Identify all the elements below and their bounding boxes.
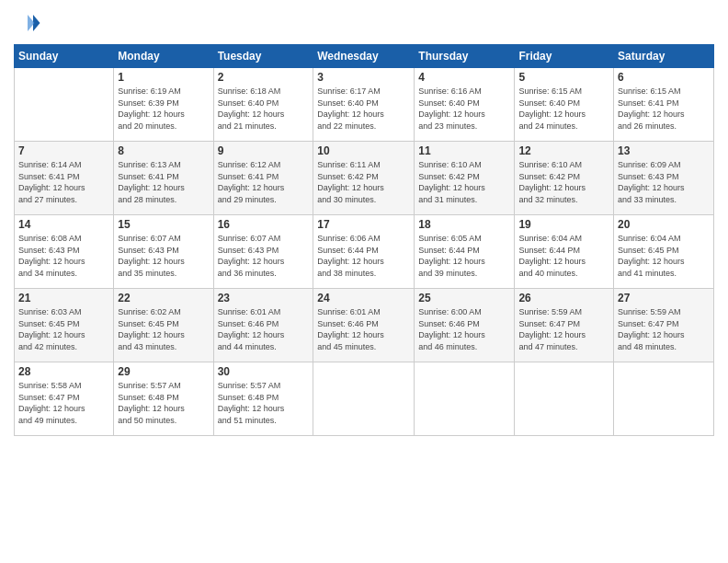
day-number: 14 <box>18 218 109 231</box>
day-number: 19 <box>518 218 609 231</box>
day-info: Sunrise: 6:02 AMSunset: 6:45 PMDaylight:… <box>118 306 209 352</box>
day-number: 20 <box>618 218 710 231</box>
day-info: Sunrise: 6:04 AMSunset: 6:45 PMDaylight:… <box>618 233 710 279</box>
calendar-cell: 27Sunrise: 5:59 AMSunset: 6:47 PMDayligh… <box>614 289 714 362</box>
days-header-row: SundayMondayTuesdayWednesdayThursdayFrid… <box>15 45 714 68</box>
day-header-friday: Friday <box>515 45 614 68</box>
day-header-saturday: Saturday <box>614 45 714 68</box>
calendar-cell: 29Sunrise: 5:57 AMSunset: 6:48 PMDayligh… <box>114 362 213 436</box>
day-info: Sunrise: 6:06 AMSunset: 6:44 PMDaylight:… <box>317 233 410 279</box>
day-info: Sunrise: 6:16 AMSunset: 6:40 PMDaylight:… <box>418 86 510 132</box>
calendar-cell: 1Sunrise: 6:19 AMSunset: 6:39 PMDaylight… <box>114 68 213 142</box>
calendar-cell: 9Sunrise: 6:12 AMSunset: 6:41 PMDaylight… <box>213 142 313 215</box>
day-info: Sunrise: 6:18 AMSunset: 6:40 PMDaylight:… <box>218 86 310 132</box>
day-header-thursday: Thursday <box>415 45 515 68</box>
calendar-cell: 28Sunrise: 5:58 AMSunset: 6:47 PMDayligh… <box>15 362 114 436</box>
day-info: Sunrise: 6:07 AMSunset: 6:43 PMDaylight:… <box>218 233 310 279</box>
day-info: Sunrise: 6:04 AMSunset: 6:44 PMDaylight:… <box>518 233 609 279</box>
calendar-cell: 2Sunrise: 6:18 AMSunset: 6:40 PMDaylight… <box>213 68 313 142</box>
calendar-cell: 14Sunrise: 6:08 AMSunset: 6:43 PMDayligh… <box>15 215 114 289</box>
week-row-2: 14Sunrise: 6:08 AMSunset: 6:43 PMDayligh… <box>15 215 714 289</box>
day-number: 28 <box>18 365 109 378</box>
day-number: 24 <box>317 292 410 304</box>
calendar-cell <box>313 362 415 436</box>
calendar-cell: 11Sunrise: 6:10 AMSunset: 6:42 PMDayligh… <box>415 142 515 215</box>
calendar-cell: 12Sunrise: 6:10 AMSunset: 6:42 PMDayligh… <box>515 142 614 215</box>
day-info: Sunrise: 6:15 AMSunset: 6:41 PMDaylight:… <box>618 86 710 132</box>
day-info: Sunrise: 6:09 AMSunset: 6:43 PMDaylight:… <box>618 159 710 205</box>
logo-icon <box>14 9 41 37</box>
day-info: Sunrise: 6:15 AMSunset: 6:40 PMDaylight:… <box>518 86 609 132</box>
day-number: 15 <box>118 218 209 231</box>
day-info: Sunrise: 5:59 AMSunset: 6:47 PMDaylight:… <box>618 306 710 352</box>
calendar-cell: 25Sunrise: 6:00 AMSunset: 6:46 PMDayligh… <box>415 289 515 362</box>
day-info: Sunrise: 6:01 AMSunset: 6:46 PMDaylight:… <box>218 306 310 352</box>
calendar-cell: 23Sunrise: 6:01 AMSunset: 6:46 PMDayligh… <box>213 289 313 362</box>
day-info: Sunrise: 5:57 AMSunset: 6:48 PMDaylight:… <box>218 380 310 426</box>
calendar-cell <box>614 362 714 436</box>
day-number: 21 <box>18 292 109 304</box>
day-info: Sunrise: 6:13 AMSunset: 6:41 PMDaylight:… <box>118 159 209 205</box>
calendar-cell: 4Sunrise: 6:16 AMSunset: 6:40 PMDaylight… <box>415 68 515 142</box>
calendar-cell: 16Sunrise: 6:07 AMSunset: 6:43 PMDayligh… <box>213 215 313 289</box>
week-row-4: 28Sunrise: 5:58 AMSunset: 6:47 PMDayligh… <box>15 362 714 436</box>
calendar-cell: 13Sunrise: 6:09 AMSunset: 6:43 PMDayligh… <box>614 142 714 215</box>
day-number: 7 <box>18 144 109 157</box>
week-row-3: 21Sunrise: 6:03 AMSunset: 6:45 PMDayligh… <box>15 289 714 362</box>
day-info: Sunrise: 6:14 AMSunset: 6:41 PMDaylight:… <box>18 159 109 205</box>
calendar-cell: 15Sunrise: 6:07 AMSunset: 6:43 PMDayligh… <box>114 215 213 289</box>
day-info: Sunrise: 6:11 AMSunset: 6:42 PMDaylight:… <box>317 159 410 205</box>
calendar-cell: 18Sunrise: 6:05 AMSunset: 6:44 PMDayligh… <box>415 215 515 289</box>
day-info: Sunrise: 6:07 AMSunset: 6:43 PMDaylight:… <box>118 233 209 279</box>
day-number: 6 <box>618 71 710 84</box>
day-header-wednesday: Wednesday <box>313 45 415 68</box>
calendar-cell <box>515 362 614 436</box>
day-number: 26 <box>518 292 609 304</box>
day-number: 13 <box>618 144 710 157</box>
day-number: 4 <box>418 71 510 84</box>
day-info: Sunrise: 6:19 AMSunset: 6:39 PMDaylight:… <box>118 86 209 132</box>
day-info: Sunrise: 6:03 AMSunset: 6:45 PMDaylight:… <box>18 306 109 352</box>
calendar-cell: 30Sunrise: 5:57 AMSunset: 6:48 PMDayligh… <box>213 362 313 436</box>
calendar-cell: 26Sunrise: 5:59 AMSunset: 6:47 PMDayligh… <box>515 289 614 362</box>
day-number: 18 <box>418 218 510 231</box>
day-info: Sunrise: 6:10 AMSunset: 6:42 PMDaylight:… <box>518 159 609 205</box>
week-row-0: 1Sunrise: 6:19 AMSunset: 6:39 PMDaylight… <box>15 68 714 142</box>
calendar-cell: 24Sunrise: 6:01 AMSunset: 6:46 PMDayligh… <box>313 289 415 362</box>
calendar-cell <box>415 362 515 436</box>
day-info: Sunrise: 6:01 AMSunset: 6:46 PMDaylight:… <box>317 306 410 352</box>
day-number: 9 <box>218 144 310 157</box>
day-number: 16 <box>218 218 310 231</box>
day-number: 2 <box>218 71 310 84</box>
day-number: 29 <box>118 365 209 378</box>
day-number: 17 <box>317 218 410 231</box>
day-info: Sunrise: 5:59 AMSunset: 6:47 PMDaylight:… <box>518 306 609 352</box>
day-info: Sunrise: 5:57 AMSunset: 6:48 PMDaylight:… <box>118 380 209 426</box>
day-header-sunday: Sunday <box>15 45 114 68</box>
day-info: Sunrise: 6:08 AMSunset: 6:43 PMDaylight:… <box>18 233 109 279</box>
day-number: 3 <box>317 71 410 84</box>
day-number: 27 <box>618 292 710 304</box>
day-number: 23 <box>218 292 310 304</box>
calendar-cell: 19Sunrise: 6:04 AMSunset: 6:44 PMDayligh… <box>515 215 614 289</box>
calendar-table: SundayMondayTuesdayWednesdayThursdayFrid… <box>14 44 714 436</box>
day-number: 22 <box>118 292 209 304</box>
day-info: Sunrise: 6:17 AMSunset: 6:40 PMDaylight:… <box>317 86 410 132</box>
calendar-cell: 5Sunrise: 6:15 AMSunset: 6:40 PMDaylight… <box>515 68 614 142</box>
day-number: 25 <box>418 292 510 304</box>
calendar-cell: 10Sunrise: 6:11 AMSunset: 6:42 PMDayligh… <box>313 142 415 215</box>
calendar-cell: 22Sunrise: 6:02 AMSunset: 6:45 PMDayligh… <box>114 289 213 362</box>
week-row-1: 7Sunrise: 6:14 AMSunset: 6:41 PMDaylight… <box>15 142 714 215</box>
page-header <box>14 9 714 37</box>
day-info: Sunrise: 6:05 AMSunset: 6:44 PMDaylight:… <box>418 233 510 279</box>
calendar-cell: 3Sunrise: 6:17 AMSunset: 6:40 PMDaylight… <box>313 68 415 142</box>
day-number: 30 <box>218 365 310 378</box>
calendar-cell: 21Sunrise: 6:03 AMSunset: 6:45 PMDayligh… <box>15 289 114 362</box>
calendar-cell: 20Sunrise: 6:04 AMSunset: 6:45 PMDayligh… <box>614 215 714 289</box>
day-number: 11 <box>418 144 510 157</box>
day-number: 10 <box>317 144 410 157</box>
day-number: 8 <box>118 144 209 157</box>
calendar-cell: 7Sunrise: 6:14 AMSunset: 6:41 PMDaylight… <box>15 142 114 215</box>
day-header-tuesday: Tuesday <box>213 45 313 68</box>
day-info: Sunrise: 6:10 AMSunset: 6:42 PMDaylight:… <box>418 159 510 205</box>
